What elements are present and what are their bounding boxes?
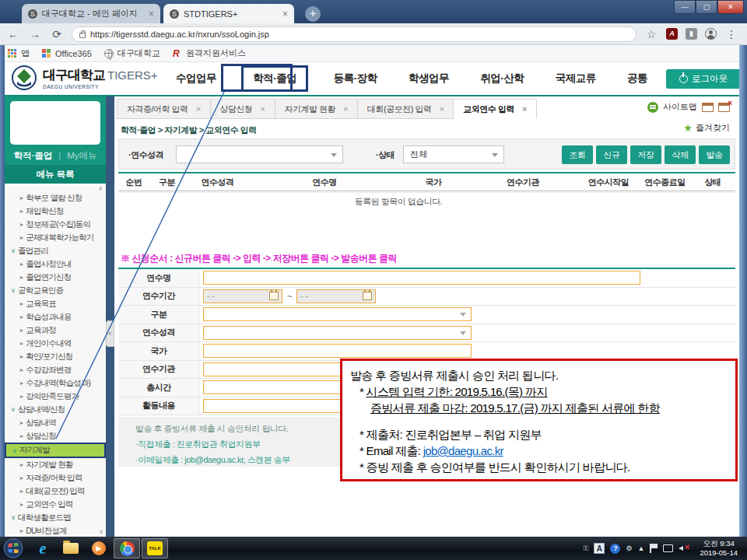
sidebar-item[interactable]: ▸확인/포기신청 — [5, 350, 106, 363]
date-input-end[interactable]: - - — [296, 289, 376, 303]
select-input[interactable] — [203, 326, 472, 340]
action-center-flag-icon[interactable] — [650, 544, 658, 553]
ime-status-icon[interactable]: ⚿ — [584, 544, 589, 553]
window-scrollbar-right[interactable] — [739, 45, 747, 537]
settings-tray-icon[interactable]: ⚙ — [626, 544, 632, 552]
action-button[interactable]: 저장 — [630, 145, 661, 164]
sidebar-item[interactable]: ▸강의만족도평가 — [5, 390, 106, 403]
bookmark-item[interactable]: R원격지원서비스 — [173, 47, 246, 59]
university-logo[interactable]: 대구대학교TIGERS+ DAEGU UNIVERSITY — [11, 65, 158, 91]
calendar-icon[interactable] — [363, 292, 372, 300]
grid-column-header[interactable]: 국가 — [398, 173, 468, 191]
taskbar-mediaplayer-icon[interactable]: ▶ — [86, 538, 112, 558]
action-button[interactable]: 발송 — [699, 145, 730, 164]
show-hidden-icons[interactable]: ▲ — [637, 544, 644, 552]
action-button[interactable]: 신규 — [596, 145, 627, 164]
logout-button[interactable]: 로그아웃 — [666, 69, 741, 89]
sidebar-item[interactable]: ∨졸업관리 — [5, 244, 106, 257]
grid-column-header[interactable]: 연수명 — [251, 173, 398, 191]
profile-icon[interactable] — [705, 28, 717, 40]
sidebar-item[interactable]: ∨자기계발 — [5, 443, 106, 458]
sidebar-item[interactable]: ▸상담내역 — [5, 416, 106, 429]
sitemap-icon[interactable] — [647, 102, 658, 113]
taskbar-kakaotalk-icon[interactable]: TALK — [142, 538, 168, 558]
workspace-tab[interactable]: 교외연수 입력× — [454, 99, 537, 119]
training-type-select[interactable] — [176, 145, 343, 163]
sidebar-item[interactable]: ▸군제대복학가능학기 — [5, 231, 106, 244]
open-window-icon[interactable] — [702, 103, 714, 112]
grid-column-header[interactable]: 연수성격 — [184, 173, 251, 191]
email-link[interactable]: job@daegu.ac.kr — [423, 444, 503, 457]
status-select[interactable]: 전체 — [403, 145, 504, 163]
favorites-label[interactable]: 즐겨찾기 — [696, 122, 730, 134]
taskbar-clock[interactable]: 오전 9:34 2019-05-14 — [695, 539, 742, 558]
sidebar-item[interactable]: ▸수강강좌변경 — [5, 363, 106, 376]
nav-item-plain[interactable]: 등록·장학 — [328, 67, 384, 90]
menu-scroll-down-icon[interactable]: ∨ — [99, 528, 103, 535]
nav-item-plain[interactable]: 학생업무 — [402, 67, 455, 90]
browser-menu-icon[interactable]: ⋮ — [724, 28, 738, 40]
back-icon[interactable]: ← — [6, 28, 20, 40]
sidebar-item[interactable]: ▸학습성과내용 — [5, 310, 106, 324]
grid-column-header[interactable]: 순번 — [118, 173, 149, 191]
volume-muted-icon[interactable] — [679, 544, 689, 553]
sidebar-item[interactable]: ▸수강내역(학습성과) — [5, 376, 106, 390]
sidebar-item[interactable]: ▸교외연수 입력 — [5, 498, 106, 511]
select-input[interactable] — [203, 307, 472, 321]
extension-icon[interactable]: ▮ — [686, 28, 697, 40]
sidebar-item[interactable]: ▸재입학신청 — [5, 205, 106, 218]
reload-icon[interactable]: ⟳ — [50, 28, 64, 40]
nav-item-plain[interactable]: 공통 — [621, 67, 654, 90]
nav-item-plain[interactable]: 취업·산학 — [474, 67, 530, 90]
workspace-tab[interactable]: 대회(공모전) 입력× — [358, 99, 454, 119]
workspace-tab[interactable]: 상담신청× — [211, 99, 275, 119]
taskbar-explorer-icon[interactable] — [58, 538, 84, 558]
browser-tab-stdtigers[interactable]: S STDTIGERS+ × — [163, 4, 294, 23]
calendar-icon[interactable] — [269, 292, 279, 300]
text-input[interactable] — [203, 271, 640, 285]
window-minimize-button[interactable]: — — [674, 0, 696, 14]
favorites-star-icon[interactable]: ★ — [683, 124, 693, 133]
sidebar-collapse-handle[interactable]: < — [106, 320, 114, 347]
close-tab-icon[interactable]: × — [282, 9, 288, 19]
close-tab-icon[interactable]: × — [196, 104, 201, 114]
ime-language-icon[interactable]: A — [594, 543, 605, 554]
browser-tab-daegu-main[interactable]: S 대구대학교 - 메인 페이지 × — [22, 4, 160, 23]
sidebar-item[interactable]: ∨상담내역/신청 — [5, 403, 106, 416]
sidebar-item[interactable]: ▸교육과정 — [5, 324, 106, 337]
sidebar-item[interactable]: ∨대학생활로드맵 — [5, 511, 106, 524]
sidebar-item[interactable]: ▸졸업연기신청 — [5, 271, 106, 284]
new-tab-button[interactable]: + — [305, 6, 321, 22]
sidebar-item[interactable]: ▸DU비전설계 — [5, 524, 106, 537]
sidebar-item[interactable]: ∨공학교육인증 — [5, 284, 106, 297]
sidebar-item[interactable]: ▸정보제공(수집)동의 — [5, 218, 106, 231]
taskbar-chrome-icon[interactable] — [114, 538, 140, 558]
bookmark-star-icon[interactable]: ☆ — [644, 28, 658, 40]
close-tab-icon[interactable]: × — [439, 104, 444, 114]
pdf-extension-icon[interactable]: A — [666, 28, 678, 40]
grid-column-header[interactable]: 연수시작일 — [577, 173, 640, 191]
address-bar[interactable]: https://tigersstd.daegu.ac.kr/nxrun/ssoL… — [72, 26, 637, 42]
grid-column-header[interactable]: 연수종료일 — [640, 173, 690, 191]
help-tray-icon[interactable]: ? — [610, 544, 620, 554]
sidebar-item[interactable]: ▸상담신청 — [5, 429, 106, 443]
sidebar-item[interactable]: ▸개인이수내역 — [5, 337, 106, 350]
sidebar-item[interactable]: ▸교육목표 — [5, 297, 106, 310]
grid-column-header[interactable]: 구분 — [149, 173, 184, 191]
sitemap-label[interactable]: 사이트맵 — [663, 101, 697, 113]
sidebar-item[interactable]: ▸자격증/어학 입력 — [5, 471, 106, 485]
sidebar-item[interactable]: ▸대회(공모전) 입력 — [5, 485, 106, 498]
bookmark-item[interactable]: 앱 — [8, 47, 30, 59]
close-all-windows-icon[interactable] — [718, 103, 730, 112]
window-close-button[interactable]: ✕ — [717, 0, 744, 14]
close-tab-icon[interactable]: × — [343, 104, 348, 114]
window-maximize-button[interactable]: ▢ — [696, 0, 717, 14]
sidebar-item[interactable]: ▸자기계발 현황 — [5, 458, 106, 471]
nav-item-plain[interactable]: 국제교류 — [549, 67, 602, 90]
text-input[interactable] — [203, 344, 472, 358]
sidebar-tab-haxjeok[interactable]: 학적·졸업 — [13, 150, 52, 162]
date-input-start[interactable]: - - — [203, 289, 282, 303]
forward-icon[interactable]: → — [28, 28, 42, 40]
display-tray-icon[interactable] — [663, 544, 673, 552]
action-button[interactable]: 삭제 — [665, 145, 696, 164]
